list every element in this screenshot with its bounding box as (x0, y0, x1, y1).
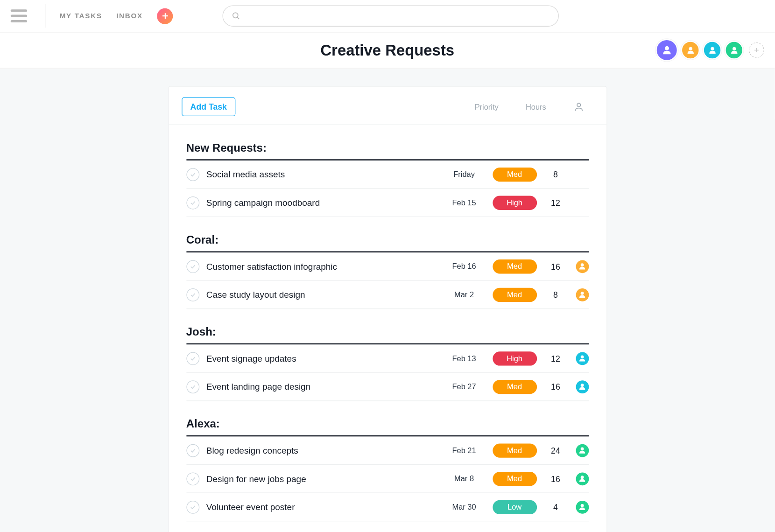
member-avatar[interactable] (655, 39, 678, 61)
section-title[interactable]: Coral: (186, 217, 589, 252)
complete-checkbox[interactable] (186, 500, 199, 513)
svg-line-3 (237, 17, 239, 19)
task-hours[interactable]: 8 (540, 290, 571, 299)
search-input-wrapper[interactable] (223, 5, 559, 27)
task-hours[interactable]: 16 (540, 474, 571, 483)
priority-pill[interactable]: Med (493, 471, 537, 485)
nav-inbox[interactable]: INBOX (116, 12, 143, 20)
complete-checkbox[interactable] (186, 380, 199, 393)
task-due-date[interactable]: Feb 13 (443, 354, 486, 363)
complete-checkbox[interactable] (186, 260, 199, 273)
task-assignee-avatar[interactable] (576, 500, 589, 513)
task-row[interactable]: Spring campaign moodboardFeb 15High12 (186, 189, 589, 217)
member-list (655, 39, 764, 61)
task-title[interactable]: Social media assets (206, 169, 443, 179)
nav-my-tasks[interactable]: MY TASKS (60, 12, 102, 20)
task-title[interactable]: Blog redesign concepts (206, 445, 443, 455)
task-assignee-avatar[interactable] (576, 288, 589, 301)
task-hours[interactable]: 12 (540, 354, 571, 363)
add-task-button[interactable]: Add Task (182, 98, 236, 116)
task-row[interactable]: Event signage updatesFeb 13High12 (186, 344, 589, 373)
task-row[interactable]: Volunteer event posterMar 30Low4 (186, 493, 589, 522)
task-row[interactable]: Blog redesign conceptsFeb 21Med24 (186, 436, 589, 465)
project-title: Creative Requests (320, 41, 454, 59)
complete-checkbox[interactable] (186, 444, 199, 457)
task-hours[interactable]: 8 (540, 169, 571, 179)
task-row[interactable]: Event landing page designFeb 27Med16 (186, 373, 589, 401)
menu-icon[interactable] (11, 9, 27, 22)
svg-point-16 (580, 476, 584, 479)
priority-pill[interactable]: Med (493, 379, 537, 393)
task-due-date[interactable]: Feb 27 (443, 382, 486, 391)
task-due-date[interactable]: Feb 16 (443, 262, 486, 271)
member-avatar[interactable] (703, 41, 721, 59)
column-header-hours: Hours (526, 102, 546, 111)
priority-pill[interactable]: Med (493, 167, 537, 181)
section-title[interactable]: Josh: (186, 309, 589, 344)
check-icon (189, 447, 196, 454)
search-input[interactable] (246, 11, 550, 21)
task-row[interactable]: Case study layout designMar 2Med8 (186, 281, 589, 309)
task-assignee-avatar[interactable] (576, 472, 589, 485)
priority-pill[interactable]: Med (493, 287, 537, 301)
check-icon (189, 291, 196, 298)
svg-point-15 (580, 447, 584, 450)
section-title[interactable]: Alexa: (186, 401, 589, 436)
member-avatar[interactable] (725, 41, 743, 59)
task-title[interactable]: Event landing page design (206, 382, 443, 392)
check-icon (189, 504, 196, 511)
task-due-date[interactable]: Mar 2 (443, 290, 486, 299)
section-title[interactable]: New Requests: (186, 125, 589, 161)
task-assignee-avatar[interactable] (576, 444, 589, 457)
task-hours[interactable]: 16 (540, 262, 571, 271)
task-title[interactable]: Customer satisfaction infographic (206, 261, 443, 271)
task-due-date[interactable]: Friday (443, 170, 486, 179)
svg-point-5 (689, 47, 692, 50)
task-due-date[interactable]: Mar 30 (443, 503, 486, 511)
svg-point-10 (577, 103, 580, 107)
task-row[interactable]: Customer satisfaction infographicFeb 16M… (186, 252, 589, 281)
check-icon (189, 171, 196, 178)
priority-pill[interactable]: High (493, 351, 537, 365)
check-icon (189, 475, 196, 482)
task-title[interactable]: Case study layout design (206, 290, 443, 300)
member-avatar[interactable] (681, 41, 700, 59)
task-title[interactable]: Volunteer event poster (206, 502, 443, 512)
task-hours[interactable]: 16 (540, 382, 571, 391)
svg-point-11 (580, 263, 584, 266)
complete-checkbox[interactable] (186, 288, 199, 301)
task-due-date[interactable]: Feb 15 (443, 198, 486, 207)
task-assignee-avatar[interactable] (576, 380, 589, 393)
divider (45, 4, 45, 28)
task-row[interactable]: Design for new jobs pageMar 8Med16 (186, 465, 589, 493)
task-due-date[interactable]: Mar 8 (443, 474, 486, 483)
task-hours[interactable]: 12 (540, 198, 571, 207)
svg-point-12 (580, 292, 584, 295)
svg-point-13 (580, 355, 584, 358)
svg-point-6 (711, 47, 714, 50)
task-hours[interactable]: 24 (540, 446, 571, 455)
task-assignee-avatar[interactable] (576, 260, 589, 273)
check-icon (189, 199, 196, 206)
complete-checkbox[interactable] (186, 352, 199, 365)
complete-checkbox[interactable] (186, 472, 199, 485)
complete-checkbox[interactable] (186, 196, 199, 209)
add-member-button[interactable] (749, 42, 764, 58)
priority-pill[interactable]: Med (493, 443, 537, 457)
task-title[interactable]: Spring campaign moodboard (206, 197, 443, 207)
priority-pill[interactable]: Low (493, 500, 537, 514)
task-title[interactable]: Design for new jobs page (206, 474, 443, 483)
priority-pill[interactable]: Med (493, 259, 537, 273)
complete-checkbox[interactable] (186, 168, 199, 181)
svg-point-14 (580, 384, 584, 387)
add-button[interactable] (157, 8, 173, 24)
task-row[interactable]: Social media assetsFridayMed8 (186, 161, 589, 189)
task-assignee-avatar[interactable] (576, 352, 589, 365)
svg-point-7 (733, 47, 736, 50)
task-due-date[interactable]: Feb 21 (443, 446, 486, 455)
task-title[interactable]: Event signage updates (206, 353, 443, 363)
assignee-icon (573, 101, 584, 112)
check-icon (189, 263, 196, 270)
priority-pill[interactable]: High (493, 196, 537, 210)
task-hours[interactable]: 4 (540, 502, 571, 511)
